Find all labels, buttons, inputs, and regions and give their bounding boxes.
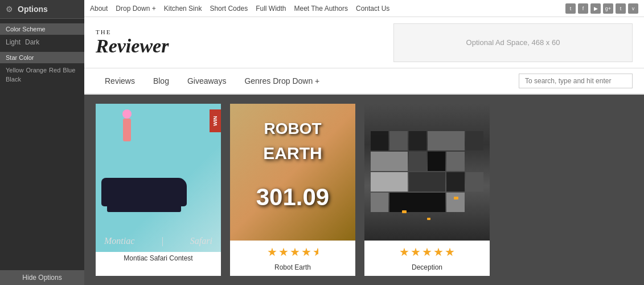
options-title: Options: [18, 5, 48, 14]
logo: THE Reviewer: [96, 29, 169, 56]
gear-icon: ⚙: [6, 5, 13, 14]
top-nav-links: About Drop Down + Kitchen Sink Short Cod…: [90, 5, 389, 13]
star-blue[interactable]: Blue: [63, 67, 75, 74]
header: THE Reviewer Optional Ad Space, 468 x 60: [84, 17, 644, 68]
nav2-links: Reviews Blog Giveaways Genres Drop Down …: [96, 68, 329, 93]
star-red[interactable]: Red: [49, 67, 60, 74]
star-3: ★: [422, 245, 433, 259]
star-2: ★: [278, 245, 289, 259]
star-3: ★: [290, 245, 301, 259]
cover2-number: 301.09: [230, 184, 355, 211]
building-block: [409, 131, 426, 150]
cover-bottom-text: Montiac | Safari: [104, 236, 212, 246]
star-1: ★: [399, 245, 410, 259]
ad-space-text: Optional Ad Space, 468 x 60: [466, 38, 560, 47]
nav2-giveaways[interactable]: Giveaways: [178, 69, 235, 94]
social-google-icon[interactable]: g+: [603, 3, 613, 14]
star-color-label: Star Color: [0, 52, 84, 63]
cover2-robot: ROBOT: [230, 121, 355, 137]
star-black[interactable]: Black: [6, 76, 21, 83]
book-title-2: Robot Earth: [270, 261, 315, 276]
building-block: [466, 131, 483, 150]
cover-text-safari: Safari: [190, 236, 212, 246]
taxi-2: [454, 197, 458, 199]
social-youtube-icon[interactable]: ▶: [590, 3, 601, 14]
taxi-1: [402, 210, 407, 213]
building-block: [389, 131, 407, 150]
nav2-reviews[interactable]: Reviews: [96, 69, 144, 94]
building-block: [446, 172, 464, 192]
building-block: [371, 172, 408, 192]
book-title-1: Montiac Safari Contest: [119, 252, 197, 267]
book-card-2: ROBOT EARTH 301.09 ★ ★ ★ ★ ★ Robot Earth: [230, 104, 355, 276]
nav2-blog[interactable]: Blog: [144, 69, 178, 94]
scheme-options: Light Dark: [0, 35, 84, 50]
main-content: About Drop Down + Kitchen Sink Short Cod…: [84, 0, 644, 285]
nav-meet-authors[interactable]: Meet The Authors: [294, 5, 348, 13]
scheme-light[interactable]: Light: [6, 38, 20, 46]
figure-head: [122, 109, 132, 119]
stars-row-2: ★ ★ ★ ★ ★: [267, 241, 318, 261]
nav-contact-us[interactable]: Contact Us: [356, 5, 389, 13]
stars-row-3: ★ ★ ★ ★ ★: [399, 241, 456, 261]
building-block: [389, 193, 445, 212]
social-twitter-icon[interactable]: t: [565, 3, 576, 14]
cover-text-montiac: Montiac: [104, 236, 134, 246]
nav2-genres[interactable]: Genres Drop Down +: [235, 69, 329, 94]
ad-space: Optional Ad Space, 468 x 60: [393, 23, 633, 62]
options-header: ⚙ Options: [0, 0, 84, 19]
nav-kitchen-sink[interactable]: Kitchen Sink: [164, 5, 202, 13]
cover-car: [101, 178, 187, 206]
cover-divider: |: [161, 236, 163, 246]
color-scheme-label: Color Scheme: [0, 23, 84, 35]
star-5: ★: [445, 245, 456, 259]
star-yellow[interactable]: Yellow: [6, 67, 23, 74]
star-4: ★: [433, 245, 444, 259]
star-1: ★: [267, 245, 278, 259]
social-tumblr-icon[interactable]: t: [616, 3, 626, 14]
star-2: ★: [411, 245, 421, 259]
search-input[interactable]: [519, 74, 633, 88]
figure-body: [123, 119, 131, 141]
nav-about[interactable]: About: [90, 5, 108, 13]
book-cover-2: ROBOT EARTH 301.09: [230, 104, 355, 241]
social-icons: t f ▶ g+ t v: [565, 3, 638, 14]
book-cover-1: WIN Montiac | Safari: [96, 104, 221, 252]
building-block: [446, 193, 464, 212]
city-grid: [371, 131, 483, 213]
building-block: [428, 152, 445, 171]
logo-the: THE: [96, 29, 169, 35]
secondary-nav: Reviews Blog Giveaways Genres Drop Down …: [84, 68, 644, 95]
hide-options-button[interactable]: Hide Options: [0, 270, 84, 285]
building-block: [428, 131, 465, 150]
book-card-1: WIN Montiac | Safari Montiac Safari Cont…: [96, 104, 221, 276]
building-block: [466, 172, 483, 192]
building-block: [409, 152, 426, 171]
building-block: [409, 172, 446, 192]
social-vimeo-icon[interactable]: v: [628, 3, 638, 14]
book-card-3: ★ ★ ★ ★ ★ Deception: [364, 104, 490, 276]
building-block: [371, 131, 388, 150]
book-cover-3: [364, 104, 490, 241]
building-block: [371, 152, 408, 171]
scheme-dark[interactable]: Dark: [25, 38, 39, 46]
building-block: [371, 193, 388, 212]
logo-reviewer: Reviewer: [96, 35, 169, 56]
taxi-3: [427, 218, 430, 220]
nav-full-width[interactable]: Full Width: [256, 5, 286, 13]
star-orange[interactable]: Orange: [26, 67, 47, 74]
star-color-options: Yellow Orange Red Blue Black: [0, 63, 84, 86]
star-4: ★: [301, 245, 312, 259]
cover2-earth: EARTH: [230, 144, 355, 163]
win-badge: WIN: [210, 109, 221, 132]
sidebar: ⚙ Options Color Scheme Light Dark Star C…: [0, 0, 84, 285]
top-nav: About Drop Down + Kitchen Sink Short Cod…: [84, 0, 644, 17]
star-half: ★: [313, 245, 318, 259]
cover-figure: [118, 109, 136, 155]
nav-dropdown[interactable]: Drop Down +: [116, 5, 155, 13]
nav-short-codes[interactable]: Short Codes: [210, 5, 248, 13]
book-title-3: Deception: [407, 261, 447, 276]
content-area: WIN Montiac | Safari Montiac Safari Cont…: [84, 95, 644, 285]
social-facebook-icon[interactable]: f: [578, 3, 588, 14]
building-block: [446, 152, 464, 171]
